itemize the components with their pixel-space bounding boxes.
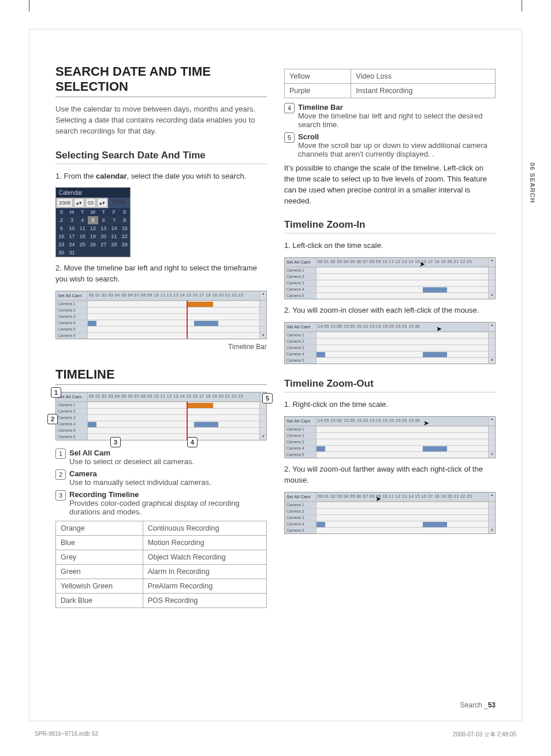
step-1: 1. From the calendar, select the date yo… [55,171,267,182]
timeline-cursor[interactable] [187,301,188,339]
left-column: SEARCH DATE AND TIME SELECTION Use the c… [55,64,267,613]
zoom-in-step1: 1. Left-click on the time scale. [284,240,496,251]
subheading-zoom-in: Timeline Zoom-In [284,219,496,231]
def-4: 4Timeline BarMove the timeline bar left … [284,103,496,129]
timeline-zoomout-2: Sel All Cam 00 01 02 03 04 05 06 07 08 0… [284,492,496,534]
calendar-widget[interactable]: Calendar 2008 ▴▾ 03 ▴▾ Today S M T W T F… [55,187,131,257]
side-tab-label: 06 SEARCH [529,162,536,203]
step-2: 2. Move the timeline bar left and right … [55,263,267,285]
zoom-out-step2: 2. You will zoom-out farther away with e… [284,464,496,486]
timeline-zoomin-2: Sel All Cam 14:55 15:00 15:05 15:10 15:1… [284,322,496,364]
file-name: SPR-9816~9716.indb 53 [35,731,98,739]
timeline-zoomout-1: Sel All Cam 14:55 15:00 15:05 15:10 15:1… [284,416,496,458]
calendar-selected-day[interactable]: 5 [88,216,98,224]
month-spinner[interactable]: 03 [85,198,96,207]
zoom-out-step1: 1. Right-click on the time scale. [284,399,496,410]
sel-all-cam-header[interactable]: Sel All Cam [56,291,88,300]
subheading-select-date: Selecting Search Date And Time [55,150,267,161]
right-column: YellowVideo Loss PurpleInstant Recording… [284,64,496,613]
page: 06 SEARCH SEARCH DATE AND TIME SELECTION… [29,29,522,721]
calendar-title: Calendar [56,188,130,198]
mouse-pointer-icon: ➤ [375,495,381,503]
section-timeline-title: TIMELINE [55,367,267,382]
subheading-zoom-out: Timeline Zoom-Out [284,378,496,390]
year-spinner[interactable]: 2008 [57,198,73,207]
timeline-zoomin-1: Sel All Cam 00 01 02 03 04 05 06 07 08 0… [284,257,496,299]
timeline-preview: Sel All Cam 00 01 02 03 04 05 06 07 08 0… [55,291,267,339]
color-code-table: OrangeContinuous Recording BlueMotion Re… [55,521,267,608]
spin-icon[interactable]: ▴▾ [74,198,84,207]
zoom-in-step2: 2. You will zoom-in closer with each lef… [284,305,496,316]
callout-2: 2 [47,414,58,424]
calendar-dow-row: S M T W T F S [56,208,130,216]
intro-text: Use the calendar to move between days, m… [55,104,267,137]
scroll-down-icon[interactable]: ▾ [259,333,266,339]
print-meta: SPR-9816~9716.indb 53 2008-07-03 오후 2:48… [35,731,516,739]
def-5: 5ScrollMove the scroll bar up or down to… [284,132,496,158]
mouse-pointer-icon: ➤ [436,325,442,333]
zoom-note: It's possible to change the scale of the… [284,163,496,206]
def-2: 2CameraUse to manually select individual… [55,469,267,487]
callout-1: 1 [51,387,61,398]
spin-icon[interactable]: ▴▾ [97,198,107,207]
def-3: 3Recording TimelineProvides color-coded … [55,490,267,516]
callout-3: 3 [110,437,121,447]
color-code-table-cont: YellowVideo Loss PurpleInstant Recording [284,69,496,98]
timeline-diagram: Sel All Cam 00 01 02 03 04 05 06 07 08 0… [55,392,267,440]
page-title: SEARCH DATE AND TIME SELECTION [55,64,267,94]
mouse-pointer-icon: ➤ [423,419,429,427]
page-footer: Search _53 [460,701,496,709]
def-1: 1Sel All CamUse to select or deselect al… [55,449,267,466]
time-scale[interactable]: 00 01 02 03 04 05 06 07 08 09 10 11 12 1… [88,291,259,300]
callout-4: 4 [187,437,198,447]
callout-5: 5 [262,393,273,403]
print-date: 2008-07-03 오후 2:48:05 [453,731,516,739]
scroll-up-icon[interactable]: ▴ [259,291,266,300]
timeline-caption: Timeline Bar [55,343,267,351]
mouse-pointer-icon: ➤ [419,260,425,268]
today-button[interactable]: Today [108,198,130,208]
